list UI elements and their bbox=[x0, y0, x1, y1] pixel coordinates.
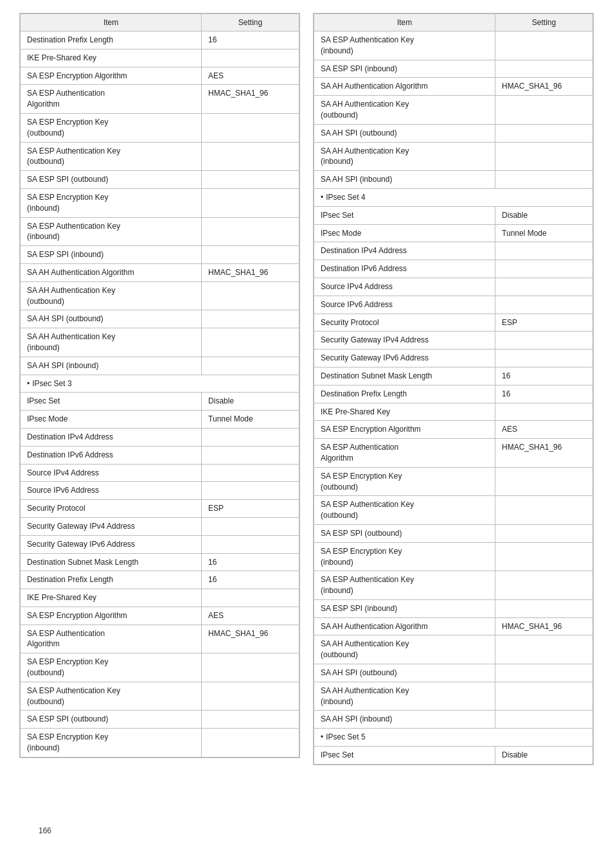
setting-cell: Disable bbox=[495, 747, 593, 765]
setting-cell bbox=[202, 517, 299, 535]
item-cell: Destination IPv6 Address bbox=[314, 260, 495, 278]
item-cell: SA AH SPI (inbound) bbox=[21, 357, 202, 375]
setting-cell bbox=[202, 482, 299, 500]
setting-cell bbox=[202, 357, 299, 375]
setting-cell bbox=[202, 310, 299, 328]
setting-cell bbox=[495, 242, 593, 260]
table-row: SA ESP Authentication Key(outbound) bbox=[21, 682, 299, 711]
table-row: SA AH Authentication Key(outbound) bbox=[21, 281, 299, 310]
setting-cell: HMAC_SHA1_96 bbox=[495, 617, 593, 635]
item-cell: SA ESP Authentication Key(outbound) bbox=[21, 142, 202, 171]
table-row: IKE Pre-Shared Key bbox=[21, 49, 299, 67]
item-cell: IKE Pre-Shared Key bbox=[21, 49, 202, 67]
item-cell: SA AH SPI (outbound) bbox=[21, 310, 202, 328]
setting-cell: ESP bbox=[495, 314, 593, 332]
setting-cell bbox=[202, 188, 299, 217]
bullet-section-label: •IPsec Set 4 bbox=[314, 188, 593, 206]
item-cell: Destination Prefix Length bbox=[314, 385, 495, 403]
setting-cell bbox=[495, 96, 593, 125]
item-cell: SA ESP Authentication Key(inbound) bbox=[314, 31, 495, 60]
table-row: SA AH Authentication Key(inbound) bbox=[314, 142, 593, 171]
table-row: SA ESP SPI (inbound) bbox=[314, 599, 593, 617]
table-row: IPsec SetDisable bbox=[314, 206, 593, 224]
setting-cell bbox=[495, 599, 593, 617]
table-row: SA ESP Authentication Key(inbound) bbox=[314, 31, 593, 60]
item-cell: Destination Subnet Mask Length bbox=[21, 553, 202, 571]
table-row: SA ESP SPI (inbound) bbox=[21, 246, 299, 264]
item-cell: Security Protocol bbox=[314, 314, 495, 332]
table-row: IPsec SetDisable bbox=[314, 747, 593, 765]
table-row: SA ESP Encryption Key(outbound) bbox=[21, 113, 299, 142]
setting-cell bbox=[202, 446, 299, 464]
table-row: SA ESP Encryption Key(inbound) bbox=[314, 542, 593, 571]
item-cell: SA ESP SPI (inbound) bbox=[314, 60, 495, 78]
item-cell: Security Protocol bbox=[21, 500, 202, 518]
item-cell: SA AH SPI (outbound) bbox=[314, 664, 495, 682]
setting-cell bbox=[495, 171, 593, 189]
item-cell: SA ESP Encryption Key(outbound) bbox=[21, 653, 202, 682]
item-cell: Destination IPv4 Address bbox=[314, 242, 495, 260]
setting-cell bbox=[202, 142, 299, 171]
setting-cell bbox=[495, 635, 593, 664]
table-row: Security ProtocolESP bbox=[314, 314, 593, 332]
setting-cell: AES bbox=[202, 67, 299, 85]
setting-cell bbox=[495, 664, 593, 682]
item-cell: Source IPv4 Address bbox=[21, 464, 202, 482]
item-cell: SA ESP Encryption Key(inbound) bbox=[21, 729, 202, 757]
table-row: SA ESP Encryption AlgorithmAES bbox=[21, 67, 299, 85]
item-cell: IPsec Set bbox=[21, 393, 202, 411]
table-row: IKE Pre-Shared Key bbox=[314, 403, 593, 421]
left-col-item-header: Item bbox=[21, 14, 202, 31]
item-cell: SA ESP Encryption Algorithm bbox=[21, 607, 202, 624]
table-row: SA ESP Authentication Key(inbound) bbox=[21, 217, 299, 246]
table-row: •IPsec Set 4 bbox=[314, 188, 593, 206]
table-row: Destination IPv6 Address bbox=[314, 260, 593, 278]
right-table-container: Item Setting SA ESP Authentication Key(i… bbox=[313, 13, 594, 765]
table-row: SA AH Authentication Key(outbound) bbox=[314, 635, 593, 664]
item-cell: SA ESP Authentication Key(inbound) bbox=[314, 571, 495, 600]
table-row: IPsec ModeTunnel Mode bbox=[314, 224, 593, 242]
item-cell: SA ESP SPI (inbound) bbox=[21, 246, 202, 264]
item-cell: SA ESP Authentication Key(outbound) bbox=[314, 496, 495, 525]
table-row: SA ESP SPI (outbound) bbox=[21, 171, 299, 189]
table-row: SA ESP Encryption AlgorithmAES bbox=[21, 607, 299, 624]
bullet-section-label: •IPsec Set 3 bbox=[21, 375, 299, 393]
item-cell: SA AH SPI (inbound) bbox=[314, 171, 495, 189]
item-cell: SA AH SPI (inbound) bbox=[314, 711, 495, 729]
item-cell: SA ESP Encryption Algorithm bbox=[314, 421, 495, 439]
setting-cell: Disable bbox=[495, 206, 593, 224]
item-cell: SA ESP Authentication Key(outbound) bbox=[21, 682, 202, 711]
table-row: SA ESP AuthenticationAlgorithmHMAC_SHA1_… bbox=[21, 85, 299, 114]
table-row: Destination Prefix Length16 bbox=[314, 385, 593, 403]
right-col-setting-header: Setting bbox=[495, 14, 593, 31]
table-row: SA ESP SPI (outbound) bbox=[21, 711, 299, 729]
item-cell: SA AH Authentication Algorithm bbox=[314, 78, 495, 96]
left-table: Item Setting Destination Prefix Length16… bbox=[20, 13, 299, 757]
setting-cell bbox=[495, 467, 593, 496]
table-row: Security ProtocolESP bbox=[21, 500, 299, 518]
item-cell: SA ESP AuthenticationAlgorithm bbox=[21, 624, 202, 653]
item-cell: Source IPv6 Address bbox=[21, 482, 202, 500]
table-row: Destination Prefix Length16 bbox=[21, 31, 299, 49]
table-row: SA AH Authentication Key(outbound) bbox=[314, 96, 593, 125]
item-cell: Security Gateway IPv4 Address bbox=[21, 517, 202, 535]
item-cell: SA ESP Encryption Key(outbound) bbox=[21, 113, 202, 142]
right-table: Item Setting SA ESP Authentication Key(i… bbox=[314, 13, 593, 765]
table-row: SA AH Authentication AlgorithmHMAC_SHA1_… bbox=[314, 617, 593, 635]
setting-cell: HMAC_SHA1_96 bbox=[202, 263, 299, 281]
setting-cell bbox=[202, 589, 299, 607]
item-cell: SA ESP SPI (outbound) bbox=[314, 524, 495, 542]
setting-cell: Disable bbox=[202, 393, 299, 411]
table-row: Security Gateway IPv6 Address bbox=[21, 535, 299, 553]
item-cell: Security Gateway IPv6 Address bbox=[21, 535, 202, 553]
table-row: Destination IPv4 Address bbox=[314, 242, 593, 260]
table-row: SA ESP Authentication Key(outbound) bbox=[314, 496, 593, 525]
setting-cell bbox=[202, 428, 299, 446]
item-cell: SA AH Authentication Algorithm bbox=[314, 617, 495, 635]
item-cell: Source IPv4 Address bbox=[314, 278, 495, 296]
setting-cell: ESP bbox=[202, 500, 299, 518]
setting-cell bbox=[202, 729, 299, 757]
item-cell: SA AH SPI (outbound) bbox=[314, 124, 495, 142]
item-cell: IKE Pre-Shared Key bbox=[21, 589, 202, 607]
setting-cell: HMAC_SHA1_96 bbox=[495, 439, 593, 468]
